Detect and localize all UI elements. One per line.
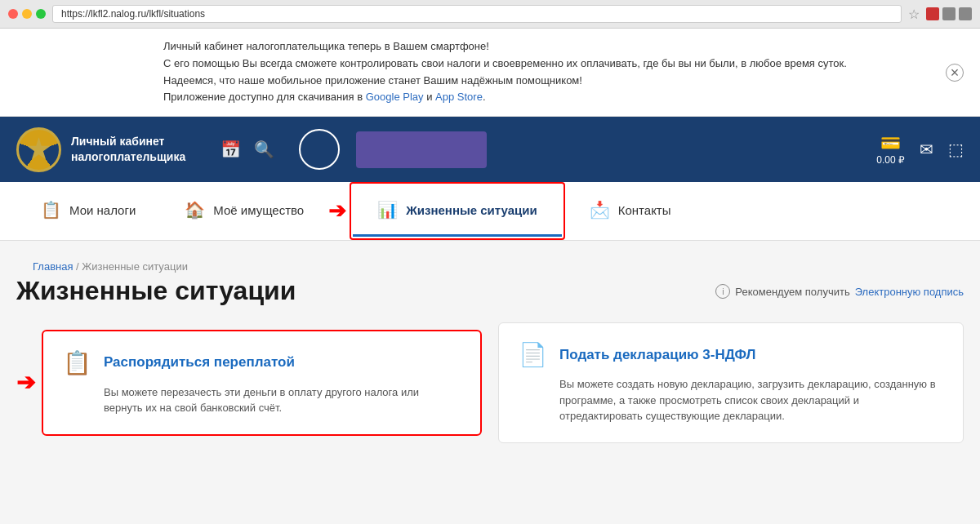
- nav-label-contacts: Контакты: [618, 203, 671, 217]
- ext-icon-2: [942, 7, 956, 20]
- card2-title: Подать декларацию 3-НДФЛ: [559, 347, 755, 363]
- browser-url: https://lkfl2.nalog.ru/lkfl/situations: [52, 5, 902, 23]
- header-icons: 📅 🔍: [220, 140, 274, 159]
- card1-container: ➔ 📋 Распорядиться переплатой Вы можете п…: [16, 322, 482, 443]
- card-manage-overpayment[interactable]: 📋 Распорядиться переплатой Вы можете пер…: [42, 330, 482, 436]
- mail-icon[interactable]: ✉: [920, 140, 933, 159]
- card1-icon: 📋: [63, 349, 92, 376]
- notification-line4: Приложение доступно для скачивания в Goo…: [163, 89, 964, 106]
- site-header: Личный кабинет налогоплательщика 📅 🔍 💳 0…: [0, 117, 980, 182]
- notification-line3: Надеемся, что наше мобильное приложение …: [163, 73, 964, 90]
- card1-title: Распорядиться переплатой: [104, 354, 295, 371]
- info-icon: i: [715, 284, 730, 299]
- notification-close-button[interactable]: ×: [946, 64, 964, 82]
- notification-line1: Личный кабинет налогоплательщика теперь …: [163, 38, 964, 56]
- main-content: Главная / Жизненные ситуации Жизненные с…: [0, 241, 980, 468]
- property-icon: 🏠: [185, 200, 205, 220]
- card1-desc: Вы можете перезачесть эти деньги в оплат…: [104, 384, 461, 416]
- app-store-link[interactable]: App Store: [435, 91, 483, 103]
- wallet-icon: 💳: [880, 133, 901, 153]
- calendar-icon[interactable]: 📅: [220, 140, 241, 159]
- contacts-icon: 📩: [590, 200, 610, 220]
- ext-icon-1: [926, 7, 939, 20]
- taxes-icon: 📋: [41, 200, 61, 220]
- user-name-button[interactable]: [356, 131, 487, 168]
- google-play-link[interactable]: Google Play: [366, 91, 424, 103]
- card2-desc: Вы можете создать новую декларацию, загр…: [559, 376, 943, 424]
- breadcrumb: Главная / Жизненные ситуации: [16, 249, 964, 276]
- nav-item-my-taxes[interactable]: 📋 Мои налоги: [16, 182, 160, 240]
- notification-line2: С его помощью Вы всегда сможете контроли…: [163, 56, 964, 73]
- nav-label-my-taxes: Мои налоги: [69, 203, 136, 217]
- card-submit-declaration[interactable]: 📄 Подать декларацию 3-НДФЛ Вы можете соз…: [498, 322, 964, 443]
- ext-icon-3: [959, 7, 972, 20]
- nav-highlight-box: 📊 Жизненные ситуации: [350, 182, 565, 240]
- nav-item-life-situations[interactable]: 📊 Жизненные ситуации: [353, 185, 562, 237]
- nav-arrow: ➔: [328, 198, 346, 224]
- logo-text: Личный кабинет налогоплательщика: [71, 134, 185, 166]
- logout-icon[interactable]: ⬚: [948, 140, 964, 159]
- card2-header: 📄 Подать декларацию 3-НДФЛ: [519, 341, 943, 368]
- nav-label-my-property: Моё имущество: [213, 203, 304, 217]
- balance-amount: 0.00 ₽: [876, 154, 905, 166]
- bookmark-icon[interactable]: ☆: [908, 7, 920, 22]
- card2-icon: 📄: [519, 341, 548, 368]
- nav-label-life-situations: Жизненные ситуации: [406, 203, 537, 217]
- card1-arrow: ➔: [16, 369, 35, 396]
- card1-header: 📋 Распорядиться переплатой: [63, 349, 461, 376]
- electronic-signature-link[interactable]: Электронную подпись: [855, 286, 964, 298]
- breadcrumb-home[interactable]: Главная: [33, 260, 73, 273]
- logo-area: Личный кабинет налогоплательщика: [16, 127, 196, 172]
- balance-area: 💳 0.00 ₽: [876, 133, 905, 166]
- breadcrumb-current: Жизненные ситуации: [82, 260, 188, 273]
- recommend-text: i Рекомендуем получить Электронную подпи…: [715, 284, 964, 299]
- search-icon[interactable]: 🔍: [254, 140, 274, 159]
- avatar[interactable]: [299, 129, 340, 170]
- nav-item-contacts[interactable]: 📩 Контакты: [565, 182, 696, 240]
- page-title: Жизненные ситуации: [16, 276, 296, 306]
- logo-emblem: [16, 127, 61, 172]
- nav-item-my-property[interactable]: 🏠 Моё имущество: [160, 182, 328, 240]
- cards-grid: ➔ 📋 Распорядиться переплатой Вы можете п…: [16, 322, 964, 443]
- life-situations-icon: 📊: [377, 200, 398, 220]
- main-nav: 📋 Мои налоги 🏠 Моё имущество ➔ 📊 Жизненн…: [0, 182, 980, 241]
- notification-bar: Личный кабинет налогоплательщика теперь …: [0, 29, 980, 117]
- header-right: 💳 0.00 ₽ ✉ ⬚: [876, 133, 964, 166]
- page-header: Жизненные ситуации i Рекомендуем получит…: [16, 276, 964, 306]
